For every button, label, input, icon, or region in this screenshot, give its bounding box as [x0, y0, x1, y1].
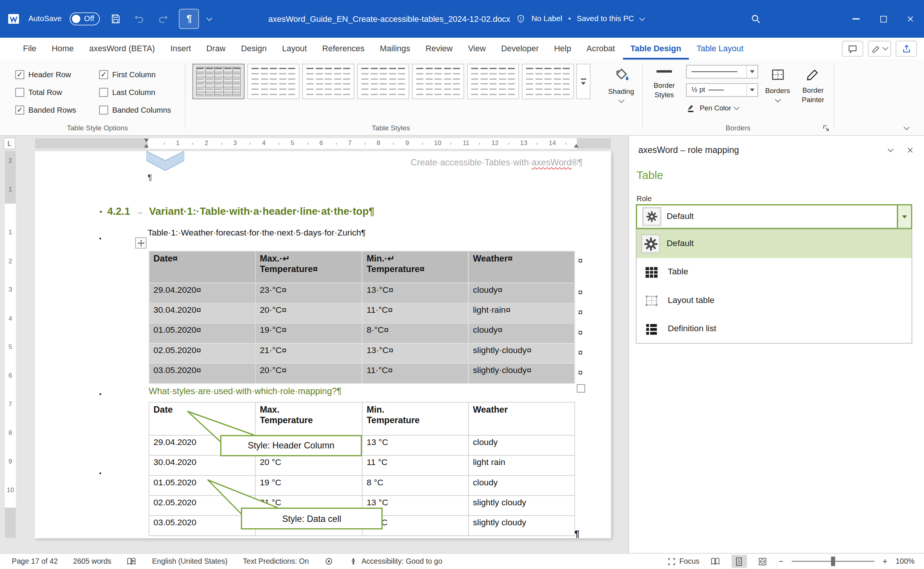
table-cell[interactable]: 11·°C¤ [362, 303, 468, 323]
checkbox-banded-columns[interactable]: Banded Columns [99, 102, 177, 118]
role-combobox[interactable]: Default [636, 204, 912, 229]
tab-draw[interactable]: Draw [199, 38, 233, 60]
table-cell[interactable]: 23·°C¤ [255, 283, 363, 303]
table-style-thumbnail-5[interactable] [412, 64, 464, 99]
page-indicator[interactable]: Page 17 of 42 [12, 557, 58, 566]
table-cell[interactable]: 11 °C [362, 455, 468, 475]
border-painter-button[interactable]: Border Painter [796, 67, 830, 104]
web-layout-button[interactable] [755, 555, 770, 567]
checkbox-total-row[interactable]: Total Row [15, 84, 93, 100]
checkbox-last-column[interactable]: Last Column [99, 84, 177, 100]
save-button[interactable] [108, 11, 124, 27]
table-cell[interactable]: 8 °C [362, 476, 468, 496]
language-indicator[interactable]: English (United States) [152, 557, 227, 566]
table-caption[interactable]: Table·1:·Weather·forecast·for·the·next·5… [148, 228, 366, 238]
tab-view[interactable]: View [460, 38, 494, 60]
focus-mode-button[interactable]: Focus [667, 557, 699, 566]
tab-home[interactable]: Home [44, 38, 81, 60]
zoom-slider[interactable] [792, 561, 874, 562]
column-header[interactable]: Max.Temperature [255, 402, 363, 436]
end-paragraph-mark[interactable]: ¶ [574, 529, 579, 539]
zoom-level[interactable]: 100% [896, 557, 915, 566]
role-combobox-arrow[interactable] [897, 205, 911, 228]
empty-paragraph-mark[interactable]: ¶ [148, 172, 152, 182]
table-cell[interactable]: slightly cloudy [468, 496, 575, 515]
shading-button[interactable]: Shading [602, 66, 640, 102]
borders-button[interactable]: Borders [763, 67, 792, 102]
table-cell[interactable]: 19 °C [255, 476, 363, 496]
table-cell[interactable]: cloudy [468, 435, 575, 455]
panel-collapse-chevron-icon[interactable] [889, 149, 893, 151]
table-cell[interactable]: cloudy¤ [468, 323, 575, 343]
redo-button[interactable] [156, 11, 171, 27]
column-header[interactable]: Weather¤ [468, 251, 575, 283]
tab-review[interactable]: Review [418, 38, 460, 60]
role-option-layout-table[interactable]: Layout table [636, 286, 912, 315]
table-cell[interactable]: 01.05.2020 [149, 476, 255, 496]
table-cell[interactable]: light·rain¤ [468, 303, 575, 323]
table-cell[interactable]: 21·°C¤ [255, 343, 363, 363]
vertical-ruler[interactable]: 2112345678910 [0, 151, 18, 553]
table-style-thumbnail-3[interactable] [302, 64, 354, 99]
table-cell[interactable]: 30.04.2020¤ [149, 303, 255, 323]
tab-axesword-beta[interactable]: axesWord (BETA) [81, 38, 162, 60]
read-mode-button[interactable] [708, 555, 723, 567]
role-option-table[interactable]: Table [636, 258, 912, 286]
print-layout-button[interactable] [731, 555, 747, 567]
table-styles-more-button[interactable] [576, 64, 591, 99]
column-header[interactable]: Weather [468, 402, 575, 436]
tab-help[interactable]: Help [546, 38, 579, 60]
tab-selector[interactable]: L [3, 138, 15, 149]
comments-button[interactable] [842, 41, 863, 57]
tab-file[interactable]: File [15, 38, 44, 60]
borders-dialog-launcher-icon[interactable] [822, 124, 830, 132]
horizontal-ruler[interactable]: 1234567891011121314 [18, 136, 628, 151]
share-button[interactable] [896, 41, 917, 57]
right-indent-marker[interactable] [574, 144, 579, 147]
tab-acrobat[interactable]: Acrobat [579, 38, 623, 60]
table-cell[interactable]: 03.05.2020 [149, 515, 255, 535]
table-cell[interactable]: cloudy [468, 476, 575, 496]
question-paragraph[interactable]: What·styles·are·used·with·which·role·map… [149, 386, 342, 396]
zoom-out-button[interactable]: − [779, 556, 783, 566]
role-option-definition-list[interactable]: Definition list [636, 315, 912, 343]
table-cell[interactable]: 13·°C¤ [362, 343, 468, 363]
tab-design[interactable]: Design [233, 38, 274, 60]
table-cell[interactable]: 19·°C¤ [255, 323, 363, 343]
tab-references[interactable]: References [315, 38, 372, 60]
text-predictions-indicator[interactable]: Text Predictions: On [243, 557, 309, 566]
sensitivity-label[interactable]: No Label [531, 14, 562, 23]
editing-mode-button[interactable] [868, 41, 891, 57]
panel-close-icon[interactable] [906, 145, 915, 154]
column-header[interactable]: Min.Temperature [362, 402, 468, 436]
search-icon[interactable] [750, 13, 762, 24]
tab-mailings[interactable]: Mailings [372, 38, 418, 60]
table-cell[interactable]: 13·°C¤ [362, 283, 468, 303]
heading-4-2-1[interactable]: ▪ 4.2.1 → Variant·1:·Table·with·a·header… [100, 205, 375, 218]
table-move-handle[interactable] [135, 237, 147, 249]
table-cell[interactable]: 20 °C [255, 455, 363, 475]
table-cell[interactable]: 02.05.2020¤ [149, 343, 255, 363]
table-cell[interactable]: 30.04.2020 [149, 455, 255, 475]
table-cell[interactable]: slightly·cloudy¤ [468, 363, 575, 383]
table-cell[interactable]: 20·°C¤ [255, 303, 363, 323]
table-cell[interactable]: 02.05.2020 [149, 496, 255, 515]
tab-insert[interactable]: Insert [163, 38, 199, 60]
save-location[interactable]: Saved to this PC [577, 14, 634, 23]
zoom-slider-thumb[interactable] [831, 557, 835, 566]
table-cell[interactable]: 29.04.2020¤ [149, 283, 255, 303]
zoom-in-button[interactable]: + [883, 556, 887, 566]
table-cell[interactable]: slightly cloudy [468, 515, 575, 535]
column-header[interactable]: Max.·↵Temperature¤ [255, 251, 363, 283]
document-page[interactable]: Create·accessible·Tables·with·axesWord®¶… [35, 151, 611, 538]
table-style-thumbnail-1[interactable] [193, 64, 245, 99]
table-style-thumbnail-6[interactable] [467, 64, 519, 99]
role-option-default[interactable]: Default [636, 229, 912, 258]
first-line-indent-marker[interactable] [144, 139, 149, 142]
table-style-thumbnail-2[interactable] [247, 64, 299, 99]
maximize-button[interactable] [870, 0, 897, 38]
table-cell[interactable]: 01.05.2020¤ [149, 323, 255, 343]
table-cell[interactable]: 03.05.2020¤ [149, 363, 255, 383]
tab-layout[interactable]: Layout [274, 38, 315, 60]
minimize-button[interactable] [843, 0, 870, 38]
